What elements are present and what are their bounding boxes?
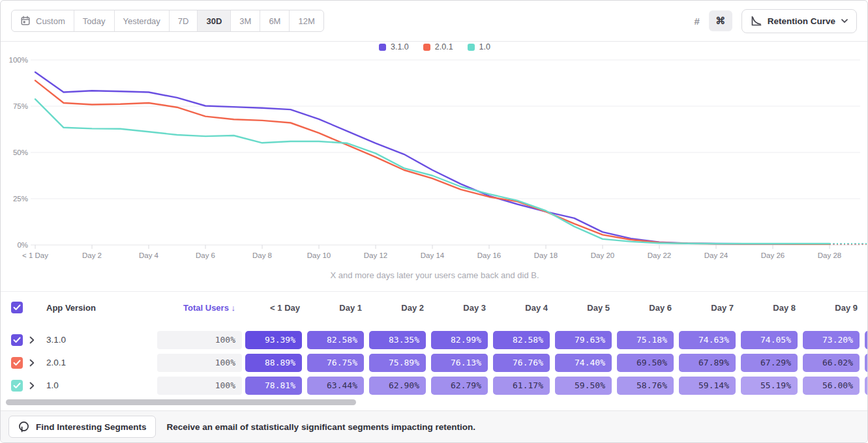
x-axis-label: Day 16 <box>477 251 501 259</box>
date-range-label: Yesterday <box>123 16 160 26</box>
retention-cell[interactable]: 67.29% <box>741 354 798 372</box>
date-range-3m[interactable]: 3M <box>230 10 260 31</box>
retention-cell[interactable]: 76.13% <box>431 354 488 372</box>
retention-cell[interactable]: 63.44% <box>307 377 364 395</box>
app-version-label: 3.1.0 <box>46 335 157 345</box>
scrollbar-thumb[interactable] <box>6 399 356 405</box>
retention-cell-clipped[interactable] <box>865 377 867 395</box>
date-range-6m[interactable]: 6M <box>260 10 289 31</box>
retention-cell[interactable]: 73.20% <box>803 331 860 349</box>
day-column-header[interactable]: Day 7 <box>679 303 736 313</box>
retention-cell[interactable]: 74.63% <box>679 331 736 349</box>
x-axis-label: Day 10 <box>307 251 331 259</box>
retention-cell[interactable]: 74.40% <box>555 354 612 372</box>
date-range-label: 7D <box>178 16 189 26</box>
day-column-header[interactable]: Day 4 <box>493 303 550 313</box>
retention-chart: 0%25%50%75%100%< 1 DayDay 2Day 4Day 6Day… <box>1 42 868 291</box>
retention-cell[interactable]: 75.18% <box>617 331 674 349</box>
retention-cell[interactable]: 59.50% <box>555 377 612 395</box>
x-axis-label: Day 18 <box>534 251 558 259</box>
date-range-label: Custom <box>36 16 65 26</box>
date-range-yesterday[interactable]: Yesterday <box>114 10 169 31</box>
retention-cell[interactable]: 62.90% <box>369 377 426 395</box>
day-column-header[interactable]: < 1 Day <box>245 303 302 313</box>
retention-cell[interactable]: 76.76% <box>493 354 550 372</box>
total-users-header[interactable]: Total Users ↓ <box>157 303 242 313</box>
date-range-7d[interactable]: 7D <box>169 10 198 31</box>
find-segments-button[interactable]: Find Interesting Segments <box>8 416 156 438</box>
retention-cell[interactable]: 82.99% <box>431 331 488 349</box>
chart-type-dropdown[interactable]: Retention Curve <box>741 9 857 33</box>
row-checkbox[interactable] <box>11 380 23 392</box>
retention-cell[interactable]: 76.75% <box>307 354 364 372</box>
retention-cell[interactable]: 56.00% <box>803 377 860 395</box>
row-expander-chevron[interactable] <box>29 359 46 367</box>
legend-item-3.1.0[interactable]: 3.1.0 <box>379 42 409 51</box>
retention-cell[interactable]: 58.76% <box>617 377 674 395</box>
total-users-cell: 100% <box>157 331 242 349</box>
day-column-header[interactable]: Day 8 <box>741 303 798 313</box>
retention-cell[interactable]: 82.58% <box>493 331 550 349</box>
x-axis-label: Day 24 <box>704 251 728 259</box>
retention-cell[interactable]: 69.50% <box>617 354 674 372</box>
retention-cell[interactable]: 83.35% <box>369 331 426 349</box>
hash-toggle-button[interactable]: # <box>685 10 709 31</box>
retention-cell[interactable]: 75.89% <box>369 354 426 372</box>
day-column-header[interactable]: Day 3 <box>431 303 488 313</box>
date-range-today[interactable]: Today <box>74 10 114 31</box>
date-range-30d[interactable]: 30D <box>197 10 230 31</box>
legend-label: 2.0.1 <box>435 42 453 51</box>
view-toggle: # ⌘ <box>685 10 732 31</box>
retention-cell[interactable]: 67.89% <box>679 354 736 372</box>
segments-circle-icon <box>18 421 30 433</box>
legend-item-1.0[interactable]: 1.0 <box>468 42 490 51</box>
x-axis-label: Day 14 <box>421 251 445 259</box>
row-checkbox[interactable] <box>11 357 23 369</box>
y-axis-label: 75% <box>13 102 28 110</box>
date-range-12m[interactable]: 12M <box>289 10 323 31</box>
chart-type-label: Retention Curve <box>768 16 835 26</box>
command-toggle-button[interactable]: ⌘ <box>709 10 732 31</box>
day-column-header[interactable]: Day 1 <box>307 303 364 313</box>
legend-label: 1.0 <box>479 42 490 51</box>
retention-chart-canvas: 0%25%50%75%100%< 1 DayDay 2Day 4Day 6Day… <box>1 42 868 291</box>
row-expander-chevron[interactable] <box>29 382 46 390</box>
retention-cell-clipped[interactable] <box>865 331 867 349</box>
command-icon: ⌘ <box>715 15 725 27</box>
total-users-cell: 100% <box>157 377 242 395</box>
x-axis-label: Day 28 <box>818 251 841 259</box>
retention-cell[interactable]: 59.14% <box>679 377 736 395</box>
retention-cell[interactable]: 61.17% <box>493 377 550 395</box>
day-column-header[interactable]: Day 5 <box>555 303 612 313</box>
day-column-header[interactable]: Day 2 <box>369 303 426 313</box>
day-column-header[interactable]: Day 9 <box>803 303 860 313</box>
retention-curve-icon <box>751 16 762 27</box>
retention-cell[interactable]: 88.89% <box>245 354 302 372</box>
calendar-icon <box>20 16 31 26</box>
table-row-1.0: 1.0100%78.81%63.44%62.90%62.79%61.17%59.… <box>1 374 867 397</box>
app-version-label: 2.0.1 <box>46 358 157 367</box>
select-all-checkbox[interactable] <box>11 302 23 313</box>
retention-cell[interactable]: 74.05% <box>741 331 798 349</box>
y-axis-label: 100% <box>9 56 28 64</box>
row-checkbox[interactable] <box>11 334 23 346</box>
retention-cell[interactable]: 93.39% <box>245 331 302 349</box>
retention-cell[interactable]: 79.63% <box>555 331 612 349</box>
date-range-label: 12M <box>298 16 314 26</box>
day-column-header[interactable]: Day 6 <box>617 303 674 313</box>
x-axis-label: Day 12 <box>364 251 387 259</box>
retention-cell[interactable]: 66.02% <box>803 354 860 372</box>
app-version-label: 1.0 <box>46 380 157 390</box>
retention-cell[interactable]: 55.19% <box>741 377 798 395</box>
retention-cell[interactable]: 62.79% <box>431 377 488 395</box>
legend-swatch <box>379 44 386 51</box>
y-axis-label: 25% <box>13 195 28 203</box>
retention-cell[interactable]: 82.58% <box>307 331 364 349</box>
x-axis-label: Day 20 <box>591 251 614 259</box>
legend-item-2.0.1[interactable]: 2.0.1 <box>423 42 453 51</box>
date-range-custom[interactable]: Custom <box>12 10 74 31</box>
table-row-2.0.1: 2.0.1100%88.89%76.75%75.89%76.13%76.76%7… <box>1 351 867 374</box>
row-expander-chevron[interactable] <box>29 336 46 344</box>
retention-cell[interactable]: 78.81% <box>245 377 302 395</box>
retention-cell-clipped[interactable] <box>865 354 867 372</box>
